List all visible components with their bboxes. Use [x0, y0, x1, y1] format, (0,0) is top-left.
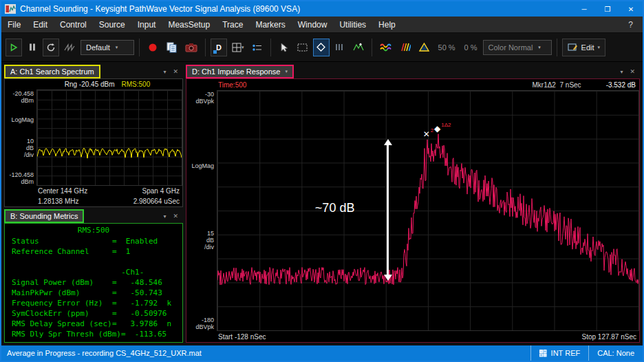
- delta-annotation: ~70 dB: [315, 201, 355, 215]
- trace-config-button[interactable]: [249, 39, 266, 56]
- panel-a-tab[interactable]: A: Ch1 Search Spectrum: [4, 65, 100, 78]
- marker-x[interactable]: ✕ 2: [423, 130, 434, 138]
- display-select-button[interactable]: D: [211, 39, 227, 56]
- panel-d-controls: ▾ ✕: [615, 65, 640, 78]
- chevron-down-icon[interactable]: ▾: [620, 69, 623, 75]
- metric-value: -Ch1-: [112, 268, 144, 277]
- close-icon[interactable]: ✕: [173, 213, 178, 220]
- metric-row: SymClockErr (ppm)= -0.50976: [12, 308, 182, 319]
- waterfall-button[interactable]: [398, 39, 414, 56]
- copy-screen-button[interactable]: [163, 39, 180, 56]
- marker-delta-glyph: ◆: [434, 125, 440, 133]
- edit-button[interactable]: Edit ▾: [562, 39, 605, 56]
- spectrogram-button[interactable]: [377, 39, 396, 56]
- menu-control[interactable]: Control: [54, 17, 93, 32]
- toolbar-separator: [139, 39, 140, 56]
- metric-label: RMS Delay Spread (sec): [12, 319, 112, 328]
- menu-source[interactable]: Source: [93, 17, 131, 32]
- range-readout: Rng -20.45 dBm: [65, 81, 115, 88]
- marker-delta[interactable]: ◆ 1Δ2: [434, 125, 451, 133]
- record-button[interactable]: [144, 39, 161, 56]
- comb-markers-icon: [334, 43, 345, 52]
- chevron-down-icon[interactable]: ▾: [285, 69, 288, 74]
- select-cursor-button[interactable]: [276, 39, 292, 56]
- impulse-plot[interactable]: ~70 dB ✕ 2 ◆ 1Δ2: [217, 90, 639, 331]
- sweep-button[interactable]: [61, 39, 78, 56]
- cal-segment[interactable]: CAL: None: [589, 345, 643, 361]
- panel-d-tab[interactable]: D: Ch1 Impulse Response ▾: [186, 65, 294, 78]
- menu-trace[interactable]: Trace: [216, 17, 249, 32]
- main-area: A: Ch1 Search Spectrum ▾ ✕ Rng -20.45 dB…: [1, 62, 643, 345]
- spectrum-plot[interactable]: [36, 89, 182, 186]
- status-bar: Average in Progress - recording CS_4GHz_…: [1, 345, 643, 361]
- panel-b-tab[interactable]: B: Sounding Metrics: [4, 209, 84, 223]
- close-icon[interactable]: ✕: [630, 68, 635, 75]
- metric-label: SymClockErr (ppm): [12, 309, 112, 318]
- y-axis-bottom-label: -180 dBVpk: [195, 317, 214, 330]
- menu-input[interactable]: Input: [131, 17, 162, 32]
- marker-x-label: 2: [431, 128, 433, 138]
- metric-value: = -50.743: [112, 288, 162, 297]
- comb-marker-button[interactable]: [332, 39, 348, 56]
- minimize-button[interactable]: ─: [572, 1, 596, 17]
- impulse-trace: [217, 91, 638, 330]
- zoom-select-button[interactable]: [294, 39, 311, 56]
- camera-button[interactable]: [182, 39, 200, 56]
- panel-b-controls: ▾ ✕: [158, 209, 183, 223]
- metric-row: RMS Dly Spr Thresh (dBm)= -113.65: [12, 329, 182, 339]
- time-readout: Time:500: [218, 81, 246, 89]
- toolbar: Default ▾ D ▾: [1, 33, 643, 62]
- peak-search-button[interactable]: [350, 39, 367, 56]
- spectrum-x-axis-row1: Center 144 GHz Span 4 GHz: [5, 186, 182, 196]
- restart-button[interactable]: [43, 39, 59, 56]
- chevron-down-icon[interactable]: ▾: [163, 69, 166, 75]
- axis-text: dB: [24, 145, 34, 151]
- metric-row: Status= Enabled: [12, 236, 182, 246]
- metric-value: = -1.792 k: [112, 299, 171, 308]
- y-axis-perdiv-label: 15 dB /div: [204, 230, 214, 251]
- preset-dropdown[interactable]: Default ▾: [80, 40, 134, 55]
- reference-segment[interactable]: INT REF: [531, 345, 589, 361]
- int-ref-label: INT REF: [551, 349, 581, 357]
- trace-config-icon: [252, 43, 263, 52]
- toolbar-separator: [557, 39, 557, 56]
- menu-edit[interactable]: Edit: [27, 17, 54, 32]
- menu-file[interactable]: File: [1, 17, 27, 32]
- cursor-arrow-icon: [280, 43, 288, 52]
- x-axis-center: Center 144 GHz: [38, 187, 87, 195]
- axis-text: -20.458: [12, 90, 34, 97]
- marker-tool-button[interactable]: [313, 39, 330, 56]
- panel-d-body: Time:500 Mkr1Δ2 7 nSec -3.532 dB -30 dBV…: [186, 78, 640, 343]
- pause-icon: [28, 43, 36, 52]
- panel-d-title: D: Ch1 Impulse Response: [192, 67, 280, 76]
- layout-grid-button[interactable]: ▾: [229, 39, 247, 56]
- menu-utilities[interactable]: Utilities: [333, 17, 372, 32]
- maximize-button[interactable]: ❐: [596, 1, 619, 17]
- color-mode-value: Color Normal: [489, 43, 533, 52]
- axis-text: dBVpk: [195, 98, 214, 105]
- menu-markers[interactable]: Markers: [249, 17, 291, 32]
- menu-help[interactable]: Help: [372, 17, 402, 32]
- menu-meassetup[interactable]: MeasSetup: [162, 17, 216, 32]
- close-button[interactable]: ✕: [619, 1, 643, 17]
- window-title: Channel Sounding - Keysight PathWave Vec…: [20, 4, 572, 14]
- play-button[interactable]: [6, 39, 22, 56]
- menu-window[interactable]: Window: [292, 17, 334, 32]
- x-axis-span: Span 4 GHz: [142, 187, 180, 195]
- spectrum-x-axis-row2: 1.28138 MHz 2.980664 uSec: [5, 196, 182, 206]
- metric-label: Status: [12, 237, 112, 246]
- edit-icon: [568, 43, 578, 52]
- close-icon[interactable]: ✕: [173, 68, 178, 75]
- menu-bar: FileEditControlSourceInputMeasSetupTrace…: [1, 17, 643, 33]
- pause-button[interactable]: [24, 39, 41, 56]
- reference-grid-icon: [539, 350, 547, 357]
- offset-percent: 0 %: [461, 43, 481, 52]
- x-axis-stop: Stop 127.87 nSec: [581, 333, 636, 341]
- help-button[interactable]: ?: [619, 20, 643, 30]
- y-axis-top-label: -20.458 dBm: [12, 90, 34, 104]
- title-bar[interactable]: Channel Sounding - Keysight PathWave Vec…: [1, 1, 643, 17]
- chevron-down-icon[interactable]: ▾: [163, 213, 166, 220]
- color-mode-dropdown[interactable]: Color Normal ▾: [483, 40, 552, 55]
- prism-button[interactable]: [416, 39, 433, 56]
- chevron-down-icon: ▾: [598, 45, 601, 50]
